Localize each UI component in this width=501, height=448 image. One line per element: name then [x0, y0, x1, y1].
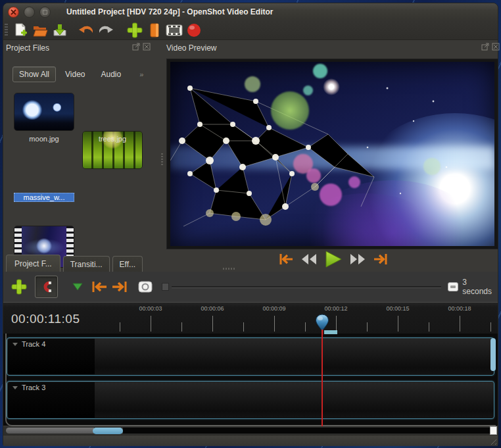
redo-button[interactable] [97, 22, 115, 39]
export-video-icon [166, 23, 183, 37]
project-files-title: Project Files [6, 41, 49, 53]
minimize-button[interactable] [24, 7, 35, 18]
record-button[interactable] [185, 22, 203, 39]
snapping-magnet-icon [39, 280, 53, 293]
filter-video[interactable]: Video [59, 66, 91, 82]
open-project-button[interactable] [31, 22, 49, 39]
center-playhead-button[interactable] [138, 281, 153, 293]
tab-effects[interactable]: Eff... [112, 256, 143, 272]
track-row-3[interactable]: Track 3 [7, 381, 494, 419]
hscroll-track-right[interactable] [123, 428, 493, 434]
main-toolbar [3, 20, 498, 40]
ruler-mark: 00:00:03 [139, 305, 162, 312]
window-title: Untitled Project [HDV 720 24p] - OpenSho… [66, 7, 273, 16]
record-icon [186, 22, 202, 38]
razor-tool-button[interactable] [72, 282, 83, 291]
project-files-dock-controls [132, 43, 151, 51]
import-files-icon [127, 22, 143, 38]
panel-tab-bar: Project F... Transiti... Eff... [6, 255, 145, 272]
save-project-button[interactable] [51, 22, 69, 39]
ruler-mark: 00:00:06 [201, 305, 224, 312]
undo-button[interactable] [77, 22, 95, 39]
scrollbar-corner [490, 426, 497, 435]
zoom-scale-label: 3 seconds [462, 278, 498, 296]
float-panel-icon[interactable] [132, 43, 140, 51]
horizontal-scrollbar[interactable] [3, 426, 498, 435]
track-collapse-icon[interactable] [12, 343, 18, 346]
timeline-ruler[interactable]: 00:00:11:05 00:00:03 00:00:06 00:00:09 0… [3, 302, 498, 334]
moon-thumbnail [14, 93, 74, 130]
filter-overflow-icon[interactable]: » [139, 70, 143, 78]
track-label: Track 3 [22, 384, 45, 391]
toolbar-drag-handle[interactable] [5, 24, 8, 37]
timeline-tracks-area[interactable]: Track 4 Track 3 [3, 334, 498, 426]
close-panel-icon[interactable] [492, 43, 500, 51]
video-preview-title: Video Preview [166, 41, 217, 53]
float-panel-icon[interactable] [481, 43, 489, 51]
track-row-4[interactable]: Track 4 [7, 337, 494, 376]
transport-controls [278, 251, 389, 268]
close-panel-icon[interactable] [143, 43, 151, 51]
zoom-slider-handle[interactable] [162, 283, 169, 291]
play-button[interactable] [324, 251, 343, 268]
resize-grip[interactable] [489, 437, 496, 445]
panel-splitter-vertical[interactable] [161, 153, 163, 165]
panel-splitter-horizontal[interactable] [223, 268, 235, 270]
jump-to-end-button[interactable] [373, 252, 389, 266]
zoom-slider-track[interactable] [172, 286, 441, 288]
ruler-mark: 00:00:09 [262, 305, 285, 312]
new-project-icon [13, 22, 28, 38]
desktop: Untitled Project [HDV 720 24p] - OpenSho… [0, 0, 501, 448]
track-collapse-icon[interactable] [12, 386, 18, 389]
new-project-button[interactable] [11, 22, 30, 39]
ruler-mark: 00:00:12 [324, 305, 347, 312]
file-label-trees: trees.jpg [81, 135, 144, 143]
rewind-button[interactable] [300, 252, 318, 266]
export-video-button[interactable] [165, 22, 183, 39]
vertical-scrollbar-thumb[interactable] [490, 338, 496, 371]
fast-forward-button[interactable] [349, 252, 366, 266]
choose-profile-button[interactable] [145, 22, 164, 39]
timeline-toolbar: 3 seconds [3, 272, 498, 302]
playhead-time-display: 00:00:11:05 [11, 312, 80, 326]
clip-track-4[interactable] [8, 339, 95, 374]
choose-profile-icon [149, 22, 160, 38]
next-marker-button[interactable] [111, 280, 128, 294]
video-preview-dock-controls [481, 43, 500, 51]
import-files-button[interactable] [126, 22, 144, 39]
preview-frame-image [170, 62, 494, 246]
add-track-button[interactable] [11, 279, 27, 295]
file-item-moon[interactable] [14, 93, 74, 131]
file-label-moon: moon.jpg [12, 135, 76, 143]
track-label: Track 4 [22, 340, 45, 348]
file-filter-bar: Show All Video Audio » [12, 66, 143, 82]
close-button[interactable] [8, 7, 19, 18]
video-preview-viewport[interactable] [166, 59, 498, 249]
horizontal-scrollbar-thumb[interactable] [93, 428, 123, 434]
titlebar[interactable]: Untitled Project [HDV 720 24p] - OpenSho… [3, 3, 498, 20]
status-bar [3, 435, 498, 446]
openshot-window: Untitled Project [HDV 720 24p] - OpenSho… [3, 3, 498, 445]
tab-project-files[interactable]: Project F... [6, 255, 60, 272]
open-project-icon [32, 23, 48, 37]
zoom-scale-icon [448, 282, 459, 291]
save-project-icon [52, 22, 68, 38]
maximize-button[interactable] [39, 7, 51, 18]
snapping-toggle-button[interactable] [35, 276, 58, 298]
clip-track-3[interactable] [8, 382, 95, 418]
previous-marker-button[interactable] [91, 280, 108, 294]
redo-icon [97, 23, 114, 37]
close-icon [11, 9, 16, 15]
tab-transitions[interactable]: Transiti... [63, 256, 110, 272]
filter-show-all[interactable]: Show All [12, 66, 56, 82]
filter-audio[interactable]: Audio [95, 66, 128, 82]
file-label-massive-selected: massive_w... [14, 193, 74, 202]
ruler-mark: 00:00:15 [386, 305, 409, 312]
hscroll-track-left[interactable] [6, 428, 94, 434]
playhead-marker[interactable] [315, 314, 331, 335]
playhead-line[interactable] [322, 334, 323, 426]
jump-to-start-button[interactable] [278, 252, 294, 266]
ruler-mark: 00:00:18 [448, 305, 471, 312]
undo-icon [78, 23, 95, 37]
